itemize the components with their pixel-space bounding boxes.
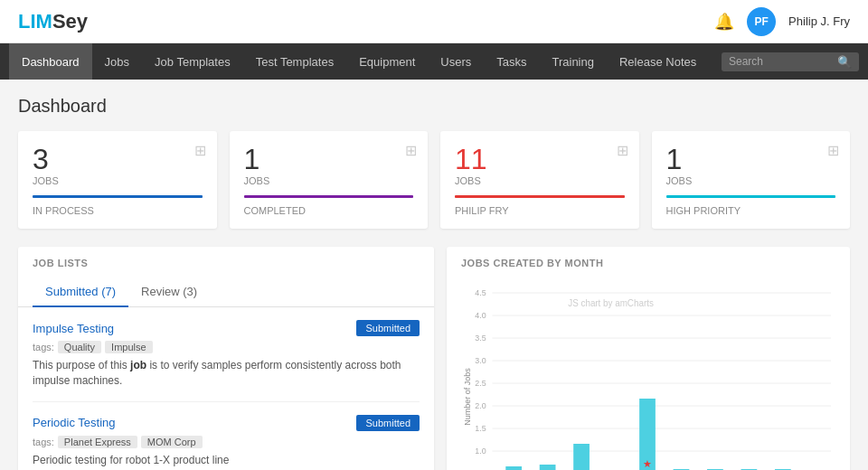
chart-container: JS chart by amCharts 4.5 4.0 3.5 3.0 2.5… <box>461 279 835 470</box>
chart-panel: JOBS CREATED BY MONTH JS chart by amChar… <box>447 247 850 470</box>
app-logo: LIMSey <box>18 10 88 33</box>
stat-number: 11 <box>455 144 625 175</box>
logo-text: LIMSey <box>18 10 88 33</box>
stat-label: JOBS <box>666 175 836 186</box>
stat-bar <box>666 195 836 198</box>
nav-item-dashboard[interactable]: Dashboard <box>9 43 92 80</box>
tab-submitted[interactable]: Submitted (7) <box>33 277 128 307</box>
topbar-right: 🔔 PF Philip J. Fry <box>714 7 850 36</box>
grid-icon: ⊞ <box>405 142 417 159</box>
nav-item-jobs[interactable]: Jobs <box>92 43 142 80</box>
stat-card-philip-fry: ⊞ 11 JOBS PHILIP FRY <box>440 131 639 229</box>
tab-review[interactable]: Review (3) <box>128 277 210 307</box>
status-badge: Submitted <box>356 415 420 431</box>
page-content: Dashboard ⊞ 3 JOBS IN PROCESS ⊞ 1 JOBS C… <box>0 80 868 470</box>
chart-watermark: JS chart by amCharts <box>568 298 654 308</box>
stat-label: JOBS <box>244 175 414 186</box>
stat-sub: COMPLETED <box>244 205 414 216</box>
svg-text:4.5: 4.5 <box>475 288 486 297</box>
svg-text:3.5: 3.5 <box>475 334 486 343</box>
stat-label: JOBS <box>33 175 203 186</box>
stat-cards: ⊞ 3 JOBS IN PROCESS ⊞ 1 JOBS COMPLETED ⊞… <box>18 131 850 229</box>
avatar: PF <box>747 7 776 36</box>
stat-number: 3 <box>33 144 203 175</box>
stat-label: JOBS <box>455 175 625 186</box>
stat-sub: HIGH PRIORITY <box>666 205 836 216</box>
stat-card-completed: ⊞ 1 JOBS COMPLETED <box>230 131 429 229</box>
nav-item-test-templates[interactable]: Test Templates <box>243 43 346 80</box>
bar-may <box>573 444 590 470</box>
job-description: This purpose of this job is to verify sa… <box>33 358 420 389</box>
svg-text:4.0: 4.0 <box>475 311 486 320</box>
job-item-header: Impulse Testing Submitted <box>33 320 420 336</box>
job-item-header: Periodic Testing Submitted <box>33 415 420 431</box>
nav-item-users[interactable]: Users <box>428 43 484 80</box>
stat-bar <box>244 195 414 198</box>
topbar: LIMSey 🔔 PF Philip J. Fry <box>0 0 868 43</box>
chart-svg: JS chart by amCharts 4.5 4.0 3.5 3.0 2.5… <box>461 279 835 470</box>
job-tags: tags: Quality Impulse <box>33 341 420 353</box>
job-list-content: Impulse Testing Submitted tags: Quality … <box>18 307 434 470</box>
job-lists-panel: JOB LISTS Submitted (7) Review (3) Impul… <box>18 247 434 470</box>
bar-mar <box>540 465 556 470</box>
stat-number: 1 <box>244 144 414 175</box>
job-title-periodic[interactable]: Periodic Testing <box>33 416 116 429</box>
stat-bar <box>33 195 203 198</box>
nav-item-release-notes[interactable]: Release Notes <box>607 43 709 80</box>
tag: Quality <box>58 341 101 353</box>
svg-text:1.5: 1.5 <box>475 424 486 433</box>
grid-icon: ⊞ <box>194 142 206 159</box>
job-description: Periodic testing for robot 1-X product l… <box>33 453 420 468</box>
stat-sub: PHILIP FRY <box>455 205 625 216</box>
status-badge: Submitted <box>356 320 420 336</box>
lower-panels: JOB LISTS Submitted (7) Review (3) Impul… <box>18 247 850 470</box>
grid-icon: ⊞ <box>827 142 839 159</box>
navbar: Dashboard Jobs Job Templates Test Templa… <box>0 43 868 80</box>
tag: Impulse <box>105 341 153 353</box>
nav-item-equipment[interactable]: Equipment <box>346 43 428 80</box>
job-lists-header: JOB LISTS <box>18 247 434 268</box>
job-tags: tags: Planet Express MOM Corp <box>33 436 420 448</box>
search-bar[interactable]: 🔍 <box>722 52 859 71</box>
bell-icon[interactable]: 🔔 <box>714 12 734 32</box>
chart-title: JOBS CREATED BY MONTH <box>461 258 835 268</box>
svg-text:1.0: 1.0 <box>475 446 486 456</box>
chart-star-marker: ★ <box>643 458 652 469</box>
chart-area: JOBS CREATED BY MONTH JS chart by amChar… <box>447 247 850 470</box>
stat-bar <box>455 195 625 198</box>
grid-icon: ⊞ <box>617 142 628 159</box>
nav-item-job-templates[interactable]: Job Templates <box>142 43 243 80</box>
search-input[interactable] <box>729 55 837 68</box>
stat-card-in-process: ⊞ 3 JOBS IN PROCESS <box>18 131 217 229</box>
svg-text:3.0: 3.0 <box>475 356 486 365</box>
user-name: Philip J. Fry <box>788 14 850 28</box>
stat-card-high-priority: ⊞ 1 JOBS HIGH PRIORITY <box>652 131 851 229</box>
page-title: Dashboard <box>18 96 850 117</box>
tag-label: tags: <box>33 437 54 447</box>
list-item: Impulse Testing Submitted tags: Quality … <box>33 307 420 402</box>
svg-text:2.5: 2.5 <box>475 379 486 388</box>
job-title-impulse[interactable]: Impulse Testing <box>33 322 114 335</box>
stat-sub: IN PROCESS <box>33 205 203 216</box>
nav-item-tasks[interactable]: Tasks <box>484 43 539 80</box>
stat-number: 1 <box>666 144 836 175</box>
tag-label: tags: <box>33 342 54 352</box>
tab-bar: Submitted (7) Review (3) <box>18 277 434 307</box>
nav-item-training[interactable]: Training <box>539 43 606 80</box>
search-icon: 🔍 <box>837 55 852 69</box>
bar-jan <box>505 466 522 470</box>
list-item: Periodic Testing Submitted tags: Planet … <box>33 402 420 470</box>
svg-text:Number of Jobs: Number of Jobs <box>463 368 472 426</box>
tag: MOM Corp <box>141 436 203 448</box>
tag: Planet Express <box>58 436 137 448</box>
svg-text:2.0: 2.0 <box>475 401 486 410</box>
